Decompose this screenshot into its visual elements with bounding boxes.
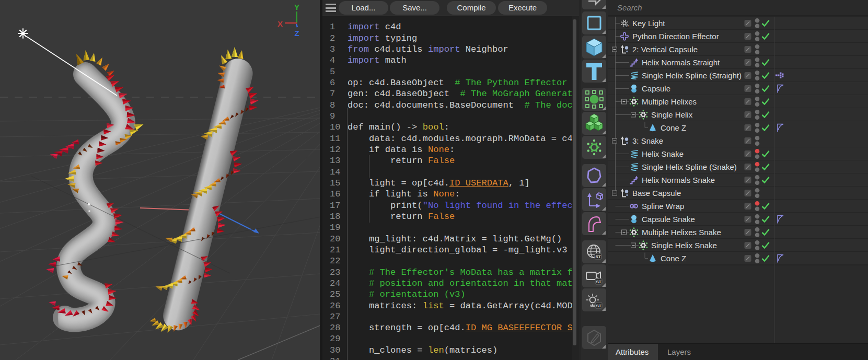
svg-text:Key Light: Key Light <box>632 19 665 28</box>
svg-text:Helix Normals Straight: Helix Normals Straight <box>642 58 720 67</box>
svg-text:2: Vertical Capsule: 2: Vertical Capsule <box>632 45 698 54</box>
svg-text:Capsule: Capsule <box>642 84 670 93</box>
svg-text:Helix Snake: Helix Snake <box>642 149 684 158</box>
svg-text:Cone Z: Cone Z <box>661 254 686 263</box>
svg-text:Z: Z <box>294 29 299 38</box>
svg-text:Single Helix Spline (Straight): Single Helix Spline (Straight) <box>642 71 742 80</box>
svg-text:Single Helix Spline (Snake): Single Helix Spline (Snake) <box>642 162 737 171</box>
svg-text:ST: ST <box>596 280 601 284</box>
svg-text:Multiple Helixes: Multiple Helixes <box>642 97 697 106</box>
svg-text:3: Snake: 3: Snake <box>632 136 663 145</box>
svg-text:Spline Wrap: Spline Wrap <box>642 202 684 211</box>
svg-text:ST: ST <box>596 304 601 308</box>
svg-text:X: X <box>277 19 283 28</box>
svg-text:Base Capsule: Base Capsule <box>632 189 681 198</box>
svg-text:Python Direction Effector: Python Direction Effector <box>632 32 719 41</box>
svg-text:Cone Z: Cone Z <box>661 123 686 132</box>
svg-text:ST: ST <box>626 25 629 28</box>
svg-text:Helix Normals Snake: Helix Normals Snake <box>642 176 715 184</box>
svg-text:Single Helix: Single Helix <box>651 110 693 119</box>
svg-text:Multiple Helixes Snake: Multiple Helixes Snake <box>642 228 721 237</box>
svg-text:Single Helix Snake: Single Helix Snake <box>651 241 717 250</box>
svg-text:Y: Y <box>294 3 299 11</box>
svg-text:ST: ST <box>595 254 600 259</box>
svg-text:Capsule Snake: Capsule Snake <box>642 215 695 224</box>
